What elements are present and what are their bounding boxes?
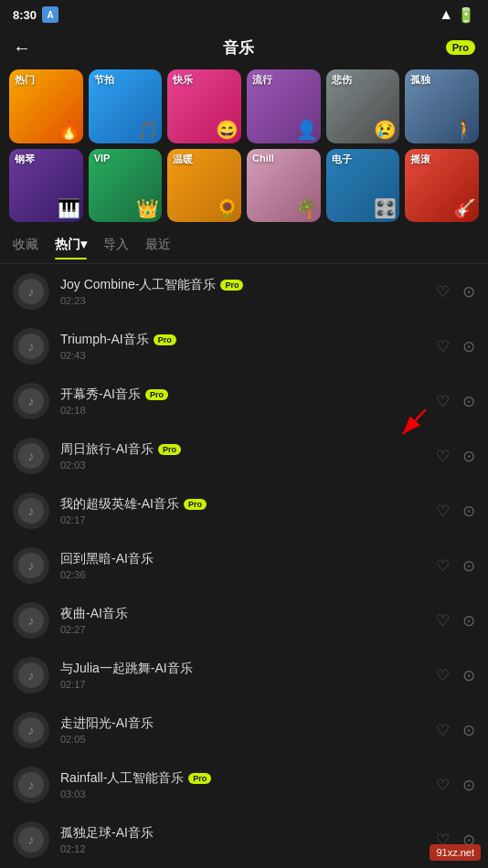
genre-item-elec[interactable]: 电子 🎛️ — [326, 149, 400, 223]
download-button[interactable]: ⊙ — [462, 394, 475, 409]
tab-collect[interactable]: 收藏 — [13, 237, 38, 259]
genre-item-chill[interactable]: Chill 🌴 — [247, 149, 321, 223]
back-button[interactable]: ← — [13, 37, 31, 58]
song-info: 与Julia一起跳舞-AI音乐 02:17 — [60, 661, 425, 690]
song-time: 02:12 — [60, 843, 425, 854]
song-name: 开幕秀-AI音乐 Pro — [60, 386, 425, 403]
download-button[interactable]: ⊙ — [462, 723, 475, 738]
like-button[interactable]: ♡ — [436, 558, 450, 574]
status-bar: 8:30 A ▲ 🔋 — [0, 0, 488, 29]
download-button[interactable]: ⊙ — [462, 339, 475, 355]
song-info: 孤独足球-AI音乐 02:12 — [60, 825, 425, 854]
genre-item-piano[interactable]: 钢琴 🎹 — [9, 149, 83, 223]
genre-item-happy[interactable]: 快乐 😄 — [167, 69, 241, 143]
genre-item-pop[interactable]: 流行 👤 — [247, 69, 321, 143]
download-button[interactable]: ⊙ — [462, 449, 475, 464]
song-time: 02:03 — [60, 460, 425, 471]
song-item[interactable]: ♪ 夜曲-AI音乐 02:27 ♡ ⊙ — [0, 593, 488, 648]
song-actions: ♡ ⊙ — [436, 668, 475, 683]
song-actions: ♡ ⊙ — [436, 339, 475, 355]
song-time: 02:18 — [60, 405, 425, 416]
genre-item-sad[interactable]: 悲伤 😢 — [326, 69, 400, 143]
song-actions: ♡ ⊙ — [436, 778, 475, 793]
genre-emoji-vip: 👑 — [136, 197, 159, 219]
genre-item-warm[interactable]: 温暖 🌻 — [167, 149, 241, 223]
pro-tag: Pro — [154, 334, 176, 345]
status-time: 8:30 — [13, 8, 37, 22]
genre-label-piano: 钢琴 — [15, 153, 35, 166]
genre-label-rock: 摇滚 — [410, 153, 430, 166]
song-item[interactable]: ♪ 开幕秀-AI音乐 Pro 02:18 ♡ ⊙ — [0, 374, 488, 429]
genre-emoji-hot: 🔥 — [58, 119, 80, 141]
song-item[interactable]: ♪ 周日旅行-AI音乐 Pro 02:03 ♡ ⊙ — [0, 429, 488, 483]
song-item[interactable]: ♪ 我的超级英雄-AI音乐 Pro 02:17 ♡ ⊙ — [0, 483, 488, 538]
song-item[interactable]: ♪ 孤独足球-AI音乐 02:12 ♡ ⊙ — [0, 812, 488, 867]
genre-label-lonely: 孤独 — [410, 73, 430, 87]
download-button[interactable]: ⊙ — [462, 668, 475, 683]
song-info: 开幕秀-AI音乐 Pro 02:18 — [60, 386, 425, 416]
genre-label-chill: Chill — [252, 153, 274, 164]
like-button[interactable]: ♡ — [436, 668, 450, 683]
page-title: 音乐 — [223, 37, 254, 58]
download-button[interactable]: ⊙ — [462, 778, 475, 793]
genre-label-elec: 电子 — [332, 153, 352, 166]
download-button[interactable]: ⊙ — [462, 284, 475, 300]
pro-tag: Pro — [184, 499, 207, 510]
song-time: 02:17 — [60, 679, 425, 690]
tab-hot[interactable]: 热门▾ — [55, 237, 87, 259]
pro-badge[interactable]: Pro — [446, 40, 475, 55]
song-item[interactable]: ♪ Rainfall-人工智能音乐 Pro 03:03 ♡ ⊙ — [0, 757, 488, 812]
pro-tag: Pro — [158, 444, 181, 455]
song-actions: ♡ ⊙ — [436, 558, 475, 574]
genre-item-hot[interactable]: 热门 🔥 — [9, 69, 83, 143]
song-time: 03:03 — [60, 789, 425, 799]
like-button[interactable]: ♡ — [436, 503, 450, 519]
song-thumb-inner: ♪ — [18, 388, 44, 414]
genre-emoji-beat: 🎵 — [136, 119, 159, 141]
like-button[interactable]: ♡ — [436, 778, 450, 793]
like-button[interactable]: ♡ — [436, 339, 450, 355]
song-item[interactable]: ♪ 回到黑暗-AI音乐 02:36 ♡ ⊙ — [0, 538, 488, 593]
tab-recent[interactable]: 最近 — [145, 237, 171, 259]
download-button[interactable]: ⊙ — [462, 503, 475, 519]
like-button[interactable]: ♡ — [436, 723, 450, 738]
song-name: 走进阳光-AI音乐 — [60, 715, 425, 732]
genre-label-pop: 流行 — [252, 73, 272, 87]
genre-emoji-sad: 😢 — [374, 119, 397, 141]
song-info: Triumph-AI音乐 Pro 02:43 — [60, 332, 425, 361]
genre-emoji-rock: 🎸 — [453, 197, 476, 219]
music-note-icon: ♪ — [28, 449, 35, 463]
genre-item-rock[interactable]: 摇滚 🎸 — [405, 149, 479, 223]
song-time: 02:23 — [60, 295, 425, 306]
song-item[interactable]: ♪ 与Julia一起跳舞-AI音乐 02:17 ♡ ⊙ — [0, 648, 488, 703]
music-note-icon: ♪ — [28, 778, 35, 792]
like-button[interactable]: ♡ — [436, 449, 450, 464]
like-button[interactable]: ♡ — [436, 394, 450, 409]
genre-item-vip[interactable]: VIP 👑 — [89, 149, 163, 223]
header: ← 音乐 Pro — [0, 29, 488, 69]
download-button[interactable]: ⊙ — [462, 613, 475, 629]
genre-emoji-piano: 🎹 — [58, 197, 80, 219]
song-info: Joy Combine-人工智能音乐 Pro 02:23 — [60, 277, 425, 306]
download-button[interactable]: ⊙ — [462, 558, 475, 574]
genre-item-lonely[interactable]: 孤独 🚶 — [405, 69, 479, 143]
song-time: 02:36 — [60, 569, 425, 580]
genre-label-hot: 热门 — [15, 73, 35, 87]
song-item[interactable]: ♪ 走进阳光-AI音乐 02:05 ♡ ⊙ — [0, 703, 488, 757]
music-note-icon: ♪ — [28, 284, 35, 299]
genre-item-beat[interactable]: 节拍 🎵 — [89, 69, 163, 143]
pro-tag: Pro — [145, 389, 168, 400]
song-thumb-inner: ♪ — [18, 279, 44, 304]
song-item[interactable]: ♪ Triumph-AI音乐 Pro 02:43 ♡ ⊙ — [0, 319, 488, 374]
like-button[interactable]: ♡ — [436, 613, 450, 629]
tab-import[interactable]: 导入 — [103, 237, 129, 259]
song-thumb-inner: ♪ — [18, 608, 44, 633]
status-left: 8:30 A — [13, 6, 58, 23]
song-thumbnail: ♪ — [13, 767, 49, 803]
music-note-icon: ♪ — [28, 613, 35, 628]
genre-emoji-elec: 🎛️ — [374, 197, 397, 219]
song-thumbnail: ♪ — [13, 273, 49, 310]
song-item[interactable]: ♪ Joy Combine-人工智能音乐 Pro 02:23 ♡ ⊙ — [0, 264, 488, 319]
like-button[interactable]: ♡ — [436, 284, 450, 300]
song-actions: ♡ ⊙ — [436, 503, 475, 519]
